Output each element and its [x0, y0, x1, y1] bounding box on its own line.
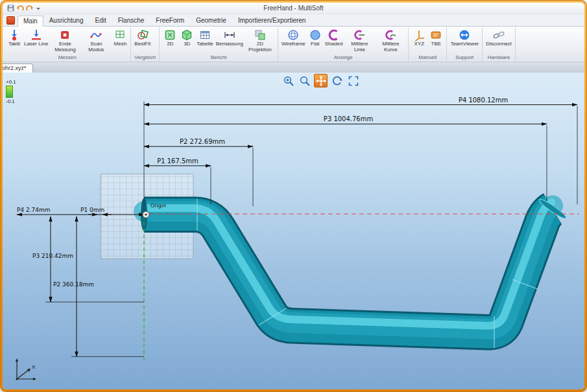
taktil-button[interactable]: Taktil	[6, 28, 23, 48]
teamviewer-icon	[458, 29, 471, 41]
bemassung-button[interactable]: Bemassung	[215, 28, 245, 48]
origin-label: Origin	[150, 203, 166, 209]
dim-label-p4-left: P4 2.74mm	[17, 207, 51, 213]
ribbon-group-hardware: Disconnect Hardware	[483, 27, 516, 62]
ribbon-group-vergleich: BestFit Vergleich	[131, 27, 160, 62]
scan-modus-button[interactable]: Scan Modus	[80, 28, 112, 54]
axis-x-label: X	[32, 364, 36, 370]
app-menu-icon[interactable]	[6, 16, 15, 25]
laser-icon	[30, 29, 43, 41]
report-2d-button[interactable]: 2D	[162, 28, 178, 48]
xyz-icon	[413, 29, 425, 41]
bestfit-icon	[136, 29, 149, 41]
tbe-icon	[429, 29, 442, 41]
tab-ausrichtung[interactable]: Ausrichtung	[43, 15, 90, 26]
report-2d-icon	[163, 29, 176, 41]
title-bar: FreeHand - MultiSoft	[3, 3, 584, 14]
wireframe-icon	[287, 29, 300, 41]
undo-icon[interactable]	[16, 5, 24, 12]
dim-label-p1-left: P1 0mm	[80, 207, 104, 213]
wireframe-button[interactable]: Wireframe	[280, 28, 307, 48]
menu-bar: Main Ausrichtung Edit Flansche FreeForm …	[3, 14, 584, 26]
tab-edit[interactable]: Edit	[90, 15, 112, 26]
shaded-icon	[328, 29, 341, 41]
dim-label-p2-left: P2 360.18mm	[53, 281, 94, 288]
tab-import-export[interactable]: Importieren/Exportieren	[232, 15, 312, 26]
tabelle-button[interactable]: Tabelle	[195, 28, 214, 48]
mittlere-linie-button[interactable]: Mittlere Linie	[344, 28, 375, 54]
ribbon-group-messen: Taktil Laser Line Ende Messung Scan Modu…	[4, 27, 131, 62]
center-curve-icon	[384, 29, 397, 41]
ribbon: Taktil Laser Line Ende Messung Scan Modu…	[3, 26, 584, 62]
tab-freeform[interactable]: FreeForm	[150, 15, 190, 26]
dim-label-p3-top: P3 1004.76mm	[324, 115, 373, 122]
scale-bar	[6, 86, 13, 98]
group-label-support: Support	[449, 54, 480, 62]
pan-icon	[315, 75, 327, 87]
fit-view-icon	[348, 75, 359, 87]
group-label-anzeige: Anzeige	[280, 54, 406, 62]
xyz-button[interactable]: XYZ	[411, 28, 427, 48]
deviation-scale: +0.1 -0.1	[6, 79, 16, 104]
mittlere-kurve-button[interactable]: Mittlere Kurve	[375, 28, 406, 54]
rotate-tool[interactable]	[330, 74, 344, 87]
dim-label-p1-top: P1 167.5mm	[157, 157, 198, 165]
projection-2d-icon	[254, 29, 267, 41]
dimension-labels: P4 1080.12mm P3 1004.76mm P2 272.69mm P1…	[17, 97, 508, 288]
tbe-button[interactable]: TBE	[427, 28, 444, 48]
view-toolbar	[282, 74, 360, 87]
laser-line-button[interactable]: Laser Line	[23, 28, 49, 48]
projektion-2d-button[interactable]: 2D Projektion	[245, 28, 276, 54]
zoom-tool[interactable]	[298, 74, 311, 87]
ribbon-group-bericht: 2D 3D Tabelle Bemassung	[160, 27, 278, 62]
viewport-3d[interactable]: P4 1080.12mm P3 1004.76mm P2 272.69mm P1…	[3, 73, 584, 389]
ende-messung-button[interactable]: Ende Messung	[49, 28, 80, 54]
tab-flansche[interactable]: Flansche	[112, 15, 150, 26]
group-label-manuell: Manuell	[411, 54, 444, 62]
ribbon-group-manuell: XYZ TBE Manuell	[409, 27, 447, 62]
disconnect-button[interactable]: Disconnect	[485, 28, 513, 48]
dimension-icon	[223, 29, 236, 41]
pan-tool[interactable]	[314, 74, 328, 87]
shaded-button[interactable]: Shaded	[324, 28, 344, 48]
fit-view-tool[interactable]	[346, 74, 360, 87]
table-icon	[198, 29, 211, 41]
ribbon-group-anzeige: Wireframe Flat Shaded Mittlere Linie	[278, 27, 409, 62]
scan-mode-icon	[90, 29, 102, 41]
zoom-icon	[299, 75, 311, 87]
flat-icon	[309, 29, 322, 41]
document-tab-bar: ohr2.xyz*	[3, 62, 584, 73]
ribbon-group-support: TeamViewer Support	[447, 27, 483, 62]
axes-triad: X	[10, 351, 42, 383]
probe-icon	[8, 29, 21, 41]
scale-min-label: -0.1	[6, 98, 16, 104]
zoom-window-tool[interactable]	[282, 74, 295, 87]
redo-icon[interactable]	[26, 5, 34, 12]
group-label-bericht: Bericht	[162, 54, 276, 62]
document-tab[interactable]: ohr2.xyz*	[3, 63, 33, 73]
tab-geometrie[interactable]: Geometrie	[190, 15, 232, 26]
flat-button[interactable]: Flat	[307, 28, 324, 48]
group-label-messen: Messen	[6, 54, 128, 62]
disconnect-icon	[492, 29, 505, 41]
group-label-vergleich: Vergleich	[133, 54, 157, 62]
mesh-icon	[114, 29, 126, 41]
bestfit-button[interactable]: BestFit	[133, 28, 152, 48]
caret-down-icon[interactable]	[36, 6, 41, 11]
scene-canvas: P4 1080.12mm P3 1004.76mm P2 272.69mm P1…	[3, 73, 584, 389]
save-icon[interactable]	[7, 5, 14, 12]
report-3d-button[interactable]: 3D	[178, 28, 195, 48]
tab-main[interactable]: Main	[18, 16, 43, 27]
pipe-model[interactable]	[141, 197, 568, 348]
dim-label-p2-top: P2 272.69mm	[180, 138, 225, 145]
teamviewer-button[interactable]: TeamViewer	[449, 28, 480, 48]
rotate-icon	[331, 75, 343, 87]
scale-max-label: +0.1	[6, 79, 16, 85]
end-measure-icon	[58, 29, 71, 41]
mesh-button[interactable]: Mesh	[112, 28, 128, 48]
center-line-icon	[353, 29, 366, 41]
report-3d-icon	[180, 29, 193, 41]
group-label-hardware: Hardware	[485, 54, 513, 62]
dim-label-p4-top: P4 1080.12mm	[459, 97, 508, 104]
dim-label-p3-left: P3 210.42mm	[32, 253, 73, 259]
